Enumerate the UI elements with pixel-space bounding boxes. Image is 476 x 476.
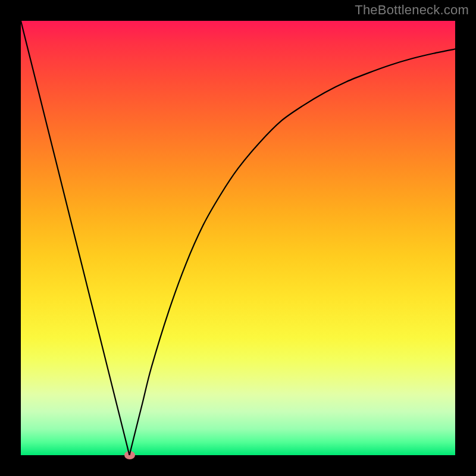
watermark-text: TheBottleneck.com	[355, 2, 469, 18]
chart-frame: TheBottleneck.com	[0, 0, 476, 476]
plot-area	[21, 21, 455, 455]
bottleneck-curve	[21, 21, 455, 455]
